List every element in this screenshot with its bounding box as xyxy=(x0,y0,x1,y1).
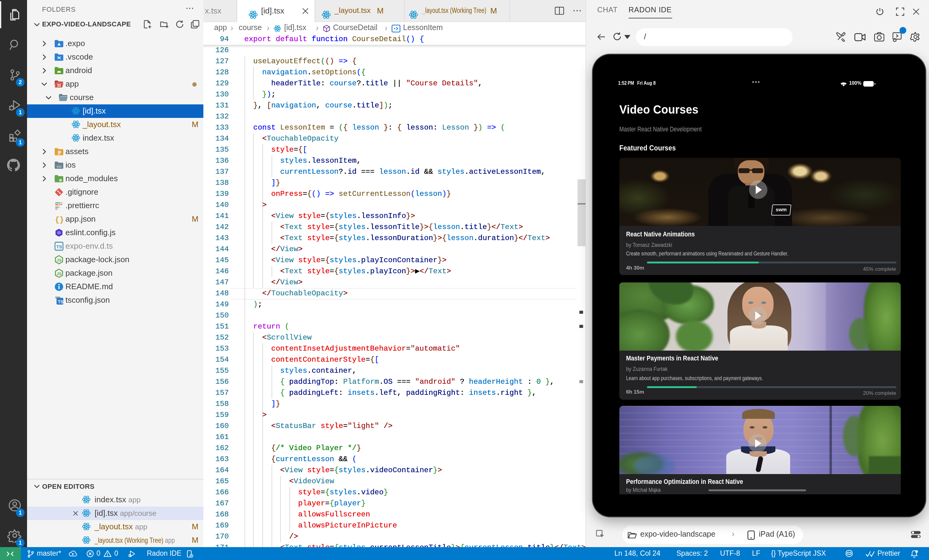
svg-text:iOS: iOS xyxy=(57,165,61,168)
svg-text:JS: JS xyxy=(57,271,61,276)
svg-text:JS: JS xyxy=(57,258,61,262)
svg-text:TS: TS xyxy=(58,299,63,304)
svg-text:TS: TS xyxy=(56,244,62,249)
svg-text:{}: {} xyxy=(55,216,64,224)
